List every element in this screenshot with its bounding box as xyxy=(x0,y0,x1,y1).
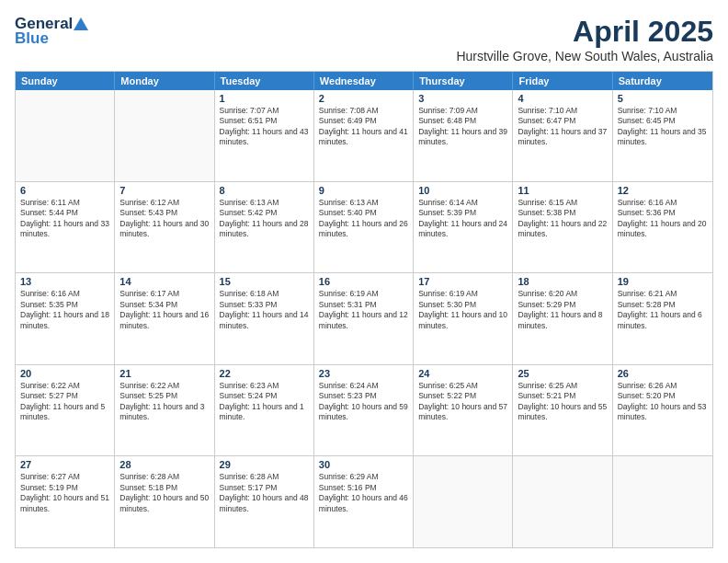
cell-info: Sunrise: 7:10 AM Sunset: 6:47 PM Dayligh… xyxy=(518,106,607,148)
weekday-header: Saturday xyxy=(613,72,712,90)
calendar-cell: 13Sunrise: 6:16 AM Sunset: 5:35 PM Dayli… xyxy=(16,273,115,364)
day-number: 1 xyxy=(220,93,309,104)
weekday-header: Monday xyxy=(115,72,214,90)
calendar-row: 20Sunrise: 6:22 AM Sunset: 5:27 PM Dayli… xyxy=(16,364,712,456)
calendar-cell: 19Sunrise: 6:21 AM Sunset: 5:28 PM Dayli… xyxy=(613,273,712,364)
day-number: 11 xyxy=(518,185,607,196)
calendar-cell xyxy=(513,456,612,547)
day-number: 27 xyxy=(20,459,109,470)
calendar-row: 6Sunrise: 6:11 AM Sunset: 5:44 PM Daylig… xyxy=(16,181,712,273)
calendar-body: 1Sunrise: 7:07 AM Sunset: 6:51 PM Daylig… xyxy=(16,90,712,547)
logo-icon xyxy=(74,16,90,32)
day-number: 3 xyxy=(418,93,507,104)
calendar-cell xyxy=(115,90,214,181)
calendar-cell xyxy=(613,456,712,547)
day-number: 28 xyxy=(119,459,209,470)
day-number: 8 xyxy=(220,185,309,196)
day-number: 4 xyxy=(518,93,607,104)
calendar-cell: 26Sunrise: 6:26 AM Sunset: 5:20 PM Dayli… xyxy=(613,365,712,456)
day-number: 2 xyxy=(319,93,408,104)
cell-info: Sunrise: 6:16 AM Sunset: 5:36 PM Dayligh… xyxy=(618,198,708,240)
day-number: 24 xyxy=(418,368,507,379)
calendar-cell xyxy=(414,456,513,547)
calendar-row: 1Sunrise: 7:07 AM Sunset: 6:51 PM Daylig… xyxy=(16,90,712,181)
month-title: April 2025 xyxy=(456,15,713,49)
calendar-cell: 2Sunrise: 7:08 AM Sunset: 6:49 PM Daylig… xyxy=(314,90,414,181)
cell-info: Sunrise: 6:15 AM Sunset: 5:38 PM Dayligh… xyxy=(518,198,607,240)
day-number: 22 xyxy=(220,368,309,379)
cell-info: Sunrise: 6:14 AM Sunset: 5:39 PM Dayligh… xyxy=(418,198,507,240)
header: General Blue April 2025 Hurstville Grove… xyxy=(15,15,713,63)
calendar-cell: 14Sunrise: 6:17 AM Sunset: 5:34 PM Dayli… xyxy=(115,273,214,364)
day-number: 5 xyxy=(618,93,708,104)
day-number: 29 xyxy=(220,459,309,470)
calendar-cell: 12Sunrise: 6:16 AM Sunset: 5:36 PM Dayli… xyxy=(613,182,712,273)
calendar-cell: 22Sunrise: 6:23 AM Sunset: 5:24 PM Dayli… xyxy=(215,365,314,456)
day-number: 30 xyxy=(319,459,408,470)
calendar-cell: 30Sunrise: 6:29 AM Sunset: 5:16 PM Dayli… xyxy=(314,456,414,547)
cell-info: Sunrise: 7:10 AM Sunset: 6:45 PM Dayligh… xyxy=(618,106,708,148)
cell-info: Sunrise: 6:28 AM Sunset: 5:18 PM Dayligh… xyxy=(119,472,209,514)
calendar-cell: 15Sunrise: 6:18 AM Sunset: 5:33 PM Dayli… xyxy=(215,273,314,364)
cell-info: Sunrise: 6:27 AM Sunset: 5:19 PM Dayligh… xyxy=(20,472,109,514)
calendar-cell: 27Sunrise: 6:27 AM Sunset: 5:19 PM Dayli… xyxy=(16,456,115,547)
cell-info: Sunrise: 7:07 AM Sunset: 6:51 PM Dayligh… xyxy=(220,106,309,148)
day-number: 9 xyxy=(319,185,408,196)
calendar-cell: 7Sunrise: 6:12 AM Sunset: 5:43 PM Daylig… xyxy=(115,182,214,273)
day-number: 25 xyxy=(518,368,607,379)
day-number: 14 xyxy=(119,276,209,287)
cell-info: Sunrise: 6:11 AM Sunset: 5:44 PM Dayligh… xyxy=(20,198,109,240)
calendar-cell: 5Sunrise: 7:10 AM Sunset: 6:45 PM Daylig… xyxy=(613,90,712,181)
calendar-cell: 25Sunrise: 6:25 AM Sunset: 5:21 PM Dayli… xyxy=(513,365,612,456)
cell-info: Sunrise: 6:20 AM Sunset: 5:29 PM Dayligh… xyxy=(518,289,607,331)
day-number: 15 xyxy=(220,276,309,287)
calendar-row: 27Sunrise: 6:27 AM Sunset: 5:19 PM Dayli… xyxy=(16,455,712,547)
cell-info: Sunrise: 6:28 AM Sunset: 5:17 PM Dayligh… xyxy=(220,472,309,514)
calendar-cell xyxy=(16,90,115,181)
cell-info: Sunrise: 6:24 AM Sunset: 5:23 PM Dayligh… xyxy=(319,381,408,423)
day-number: 7 xyxy=(119,185,209,196)
cell-info: Sunrise: 6:13 AM Sunset: 5:40 PM Dayligh… xyxy=(319,198,408,240)
day-number: 19 xyxy=(618,276,708,287)
cell-info: Sunrise: 6:29 AM Sunset: 5:16 PM Dayligh… xyxy=(319,472,408,514)
cell-info: Sunrise: 6:17 AM Sunset: 5:34 PM Dayligh… xyxy=(119,289,209,331)
weekday-header: Tuesday xyxy=(215,72,314,90)
logo: General Blue xyxy=(15,15,90,48)
day-number: 13 xyxy=(20,276,109,287)
cell-info: Sunrise: 6:22 AM Sunset: 5:27 PM Dayligh… xyxy=(20,381,109,423)
cell-info: Sunrise: 6:25 AM Sunset: 5:22 PM Dayligh… xyxy=(418,381,507,423)
day-number: 12 xyxy=(618,185,708,196)
location-title: Hurstville Grove, New South Wales, Austr… xyxy=(456,49,713,63)
calendar-cell: 3Sunrise: 7:09 AM Sunset: 6:48 PM Daylig… xyxy=(414,90,513,181)
calendar-row: 13Sunrise: 6:16 AM Sunset: 5:35 PM Dayli… xyxy=(16,272,712,364)
calendar-cell: 17Sunrise: 6:19 AM Sunset: 5:30 PM Dayli… xyxy=(414,273,513,364)
calendar-cell: 18Sunrise: 6:20 AM Sunset: 5:29 PM Dayli… xyxy=(513,273,612,364)
calendar-cell: 21Sunrise: 6:22 AM Sunset: 5:25 PM Dayli… xyxy=(115,365,214,456)
calendar-cell: 24Sunrise: 6:25 AM Sunset: 5:22 PM Dayli… xyxy=(414,365,513,456)
cell-info: Sunrise: 6:21 AM Sunset: 5:28 PM Dayligh… xyxy=(618,289,708,331)
calendar-header: SundayMondayTuesdayWednesdayThursdayFrid… xyxy=(16,72,712,90)
calendar-cell: 8Sunrise: 6:13 AM Sunset: 5:42 PM Daylig… xyxy=(215,182,314,273)
cell-info: Sunrise: 6:19 AM Sunset: 5:31 PM Dayligh… xyxy=(319,289,408,331)
cell-info: Sunrise: 7:08 AM Sunset: 6:49 PM Dayligh… xyxy=(319,106,408,148)
weekday-header: Wednesday xyxy=(314,72,414,90)
weekday-header: Friday xyxy=(513,72,612,90)
calendar-cell: 9Sunrise: 6:13 AM Sunset: 5:40 PM Daylig… xyxy=(314,182,414,273)
cell-info: Sunrise: 6:19 AM Sunset: 5:30 PM Dayligh… xyxy=(418,289,507,331)
calendar-cell: 10Sunrise: 6:14 AM Sunset: 5:39 PM Dayli… xyxy=(414,182,513,273)
cell-info: Sunrise: 6:22 AM Sunset: 5:25 PM Dayligh… xyxy=(119,381,209,423)
day-number: 16 xyxy=(319,276,408,287)
cell-info: Sunrise: 6:13 AM Sunset: 5:42 PM Dayligh… xyxy=(220,198,309,240)
svg-marker-0 xyxy=(74,17,88,30)
cell-info: Sunrise: 6:26 AM Sunset: 5:20 PM Dayligh… xyxy=(618,381,708,423)
cell-info: Sunrise: 6:16 AM Sunset: 5:35 PM Dayligh… xyxy=(20,289,109,331)
calendar-cell: 23Sunrise: 6:24 AM Sunset: 5:23 PM Dayli… xyxy=(314,365,414,456)
calendar-cell: 4Sunrise: 7:10 AM Sunset: 6:47 PM Daylig… xyxy=(513,90,612,181)
day-number: 23 xyxy=(319,368,408,379)
calendar-cell: 11Sunrise: 6:15 AM Sunset: 5:38 PM Dayli… xyxy=(513,182,612,273)
calendar-cell: 1Sunrise: 7:07 AM Sunset: 6:51 PM Daylig… xyxy=(215,90,314,181)
page: General Blue April 2025 Hurstville Grove… xyxy=(0,0,728,563)
day-number: 26 xyxy=(618,368,708,379)
cell-info: Sunrise: 6:23 AM Sunset: 5:24 PM Dayligh… xyxy=(220,381,309,423)
day-number: 17 xyxy=(418,276,507,287)
